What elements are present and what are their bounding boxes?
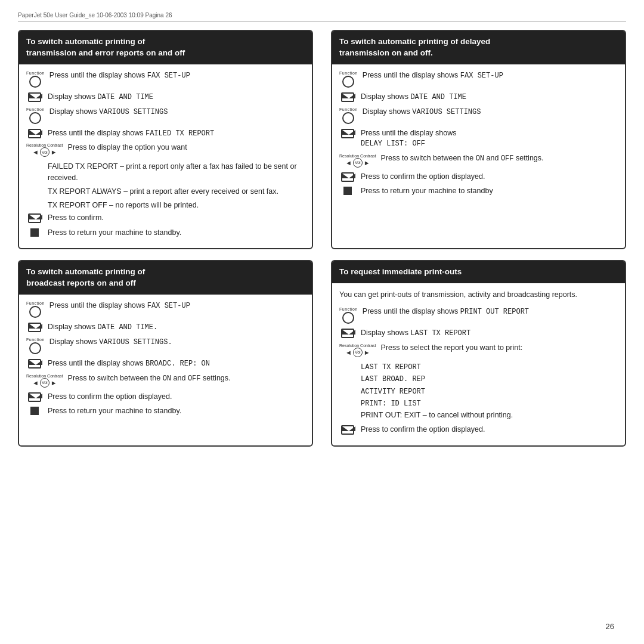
page: PaperJet 50e User Guide_se 10-06-2003 10…: [0, 0, 644, 644]
step-row: ResolutionContrast ◄ Vol ► Press to swit…: [26, 373, 305, 388]
step-text: Press to confirm the option displayed.: [361, 425, 618, 435]
step-text: Press to return your machine to standby: [361, 186, 618, 197]
nav-icon: ResolutionContrast ◄ Vol ►: [26, 143, 63, 157]
step-row: Display shows DATE AND TIME: [339, 92, 618, 103]
step-row: Display shows DATE AND TIME.: [26, 322, 305, 333]
step-text: Display shows VARIOUS SETTINGS.: [49, 337, 305, 348]
function-icon-cell: Function: [26, 70, 45, 88]
envelope-icon-cell: [339, 128, 356, 138]
step-text: Press to display the option you want: [68, 143, 305, 153]
envelope-icon: [28, 92, 41, 102]
step-row: ResolutionContrast ◄ Vol ► Press to sele…: [339, 343, 618, 357]
circle-button-icon: [29, 306, 41, 318]
step-row: Press to confirm.: [26, 213, 305, 224]
step-text: Press until the display shows FAX SET-UP: [363, 70, 618, 81]
intro-text: You can get print-outs of transmission, …: [339, 289, 618, 301]
function-icon-cell: Function: [26, 301, 45, 318]
box-delayed-title: To switch automatic printing of delayedt…: [332, 31, 625, 64]
box-transmission-content: Function Press until the display shows F…: [19, 64, 312, 249]
box-printouts-content: You can get print-outs of transmission, …: [332, 283, 625, 445]
step-row: Function Display shows VARIOUS SETTINGS.: [26, 337, 305, 354]
step-text: Press to switch between the ON and OFF s…: [381, 153, 618, 164]
step-text: Press to return your machine to standby.: [48, 228, 305, 239]
square-icon: [30, 407, 39, 415]
box-delayed: To switch automatic printing of delayedt…: [331, 30, 626, 249]
envelope-icon: [341, 425, 354, 435]
step-row: ResolutionContrast ◄ Vol ► Press to swit…: [339, 153, 618, 168]
envelope-icon-cell: [339, 425, 356, 435]
box-delayed-content: Function Press until the display shows F…: [332, 64, 625, 207]
step-row: Function Press until the display shows F…: [26, 301, 305, 318]
step-row: Display shows DATE AND TIME: [26, 92, 305, 103]
envelope-icon: [341, 329, 354, 338]
box-broadcast-title: To switch automatic printing ofbroadcast…: [19, 261, 312, 295]
box-broadcast-content: Function Press until the display shows F…: [19, 295, 312, 427]
function-icon-cell: Function: [339, 306, 358, 324]
box-printouts: To request immediate print-outs You can …: [331, 260, 626, 446]
square-icon: [30, 228, 39, 237]
function-icon: Function: [339, 71, 358, 88]
step-row: Function Display shows VARIOUS SETTINGS: [26, 107, 305, 124]
step-row: Press to return your machine to standby.: [26, 406, 305, 417]
envelope-icon: [341, 172, 354, 182]
step-row: Display shows LAST TX REPORT: [339, 328, 618, 339]
step-text: Press until the display shows FAILED TX …: [48, 128, 305, 139]
step-row: Press until the display showsDELAY LIST:…: [339, 128, 618, 149]
options-list: LAST TX REPORT LAST BROAD. REP ACTIVITY …: [361, 361, 618, 410]
step-text: Display shows VARIOUS SETTINGS: [49, 107, 305, 117]
function-icon-cell: Function: [26, 107, 45, 124]
step-text: Press until the display showsDELAY LIST:…: [361, 128, 618, 149]
note-text: TX REPORT OFF – no reports will be print…: [48, 200, 305, 211]
step-row: Function Display shows VARIOUS SETTINGS: [339, 107, 618, 124]
step-row: Press until the display shows FAILED TX …: [26, 128, 305, 139]
note-text: FAILED TX REPORT – print a report only a…: [48, 161, 305, 184]
nav-icon-cell: ResolutionContrast ◄ Vol ►: [339, 343, 376, 357]
header-bar: PaperJet 50e User Guide_se 10-06-2003 10…: [18, 12, 626, 21]
nav-icon-cell: ResolutionContrast ◄ Vol ►: [339, 153, 376, 168]
step-text: Display shows DATE AND TIME.: [48, 322, 305, 333]
function-icon-cell: Function: [339, 107, 358, 124]
step-text: Display shows LAST TX REPORT: [361, 328, 618, 339]
envelope-icon-cell: [26, 128, 43, 138]
envelope-icon-cell: [26, 92, 43, 102]
function-icon: Function: [26, 71, 45, 88]
header-text: PaperJet 50e User Guide_se 10-06-2003 10…: [18, 12, 172, 18]
envelope-icon-cell: [26, 213, 43, 223]
function-icon: Function: [339, 107, 358, 124]
step-row: ResolutionContrast ◄ Vol ► Press to disp…: [26, 143, 305, 157]
square-icon-cell: [339, 186, 356, 195]
envelope-icon: [28, 213, 41, 223]
circle-button-icon: [29, 112, 41, 124]
nav-icon: ResolutionContrast ◄ Vol ►: [339, 154, 376, 168]
step-text: Press until the display shows FAX SET-UP: [49, 301, 305, 311]
envelope-icon-cell: [339, 92, 356, 102]
envelope-icon-cell: [26, 358, 43, 369]
envelope-icon: [341, 92, 354, 102]
step-row: Press to return your machine to standby.: [26, 228, 305, 239]
step-text: Press to confirm.: [48, 213, 305, 224]
step-text: Display shows DATE AND TIME: [361, 92, 618, 103]
step-text: Press to select the report you want to p…: [381, 343, 618, 354]
square-icon: [343, 187, 352, 195]
note-text: TX REPORT ALWAYS – print a report after …: [48, 186, 305, 197]
step-text: Press until the display shows FAX SET-UP: [49, 70, 305, 81]
envelope-icon: [28, 392, 41, 402]
envelope-icon-cell: [26, 392, 43, 402]
nav-icon: ResolutionContrast ◄ Vol ►: [26, 374, 63, 388]
envelope-icon: [341, 129, 354, 138]
envelope-icon-cell: [339, 328, 356, 338]
step-row: Press to confirm the option displayed.: [26, 392, 305, 402]
page-number: 26: [606, 622, 614, 631]
box-transmission-title: To switch automatic printing oftransmiss…: [19, 31, 312, 64]
envelope-icon: [28, 359, 41, 369]
box-broadcast: To switch automatic printing ofbroadcast…: [18, 260, 313, 446]
step-row: Function Press until the display shows F…: [26, 70, 305, 88]
square-icon-cell: [26, 228, 43, 237]
function-icon-cell: Function: [26, 337, 45, 354]
function-icon: Function: [26, 338, 45, 354]
box-transmission: To switch automatic printing oftransmiss…: [18, 30, 313, 249]
step-text: Press to switch between the ON and OFF s…: [68, 373, 305, 384]
step-row: Function Press until the display shows P…: [339, 306, 618, 324]
nav-icon: ResolutionContrast ◄ Vol ►: [339, 343, 376, 357]
nav-icon-cell: ResolutionContrast ◄ Vol ►: [26, 373, 63, 388]
